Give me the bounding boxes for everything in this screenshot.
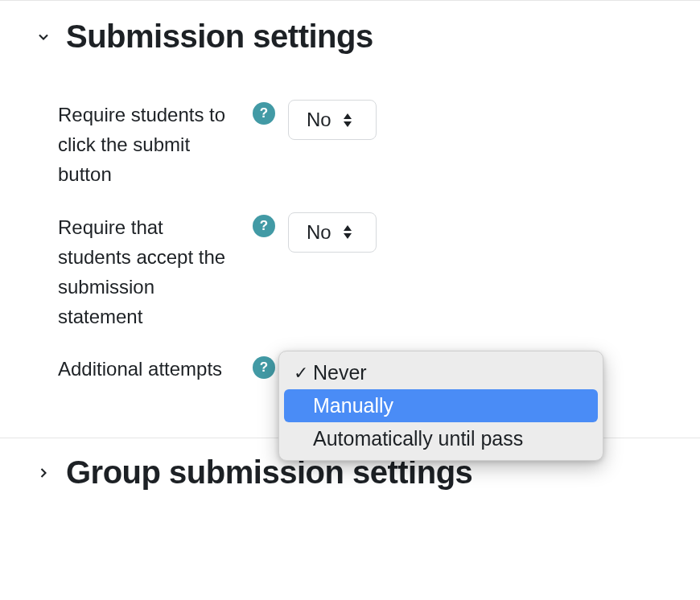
chevron-down-icon xyxy=(34,27,53,47)
select-value: No xyxy=(307,221,331,244)
help-icon[interactable]: ? xyxy=(253,356,275,379)
svg-marker-3 xyxy=(344,233,352,239)
row-require-submission-statement: Require that students accept the submiss… xyxy=(34,201,690,343)
caret-sort-icon xyxy=(343,113,352,127)
section-header-submission[interactable]: Submission settings xyxy=(0,1,700,72)
check-icon: ✓ xyxy=(289,363,313,384)
select-value: No xyxy=(307,109,331,131)
dropdown-option-never[interactable]: ✓ Never xyxy=(284,356,598,389)
section-body-submission: Require students to click the submit but… xyxy=(0,72,700,438)
select-require-submit-button[interactable]: No xyxy=(288,100,377,140)
label-require-submit-button: Require students to click the submit but… xyxy=(58,100,241,190)
row-additional-attempts: Additional attempts ? ✓ Never Manually xyxy=(34,343,690,415)
svg-marker-0 xyxy=(344,113,352,119)
help-icon[interactable]: ? xyxy=(253,102,275,125)
select-require-submission-statement[interactable]: No xyxy=(288,212,377,253)
dropdown-option-label: Manually xyxy=(313,394,393,417)
caret-sort-icon xyxy=(343,225,352,239)
label-require-submission-statement: Require that students accept the submiss… xyxy=(58,212,241,332)
svg-marker-1 xyxy=(344,121,352,127)
dropdown-option-label: Automatically until pass xyxy=(313,427,523,450)
label-additional-attempts: Additional attempts xyxy=(58,354,241,384)
dropdown-option-automatically[interactable]: Automatically until pass xyxy=(284,422,598,455)
row-require-submit-button: Require students to click the submit but… xyxy=(34,88,690,201)
section-title-submission: Submission settings xyxy=(66,18,373,55)
svg-marker-2 xyxy=(344,225,352,231)
dropdown-additional-attempts: ✓ Never Manually Automatically until pas… xyxy=(278,351,603,461)
dropdown-option-label: Never xyxy=(313,361,367,384)
chevron-right-icon xyxy=(34,463,53,483)
dropdown-option-manually[interactable]: Manually xyxy=(284,389,598,422)
help-icon[interactable]: ? xyxy=(253,215,275,237)
